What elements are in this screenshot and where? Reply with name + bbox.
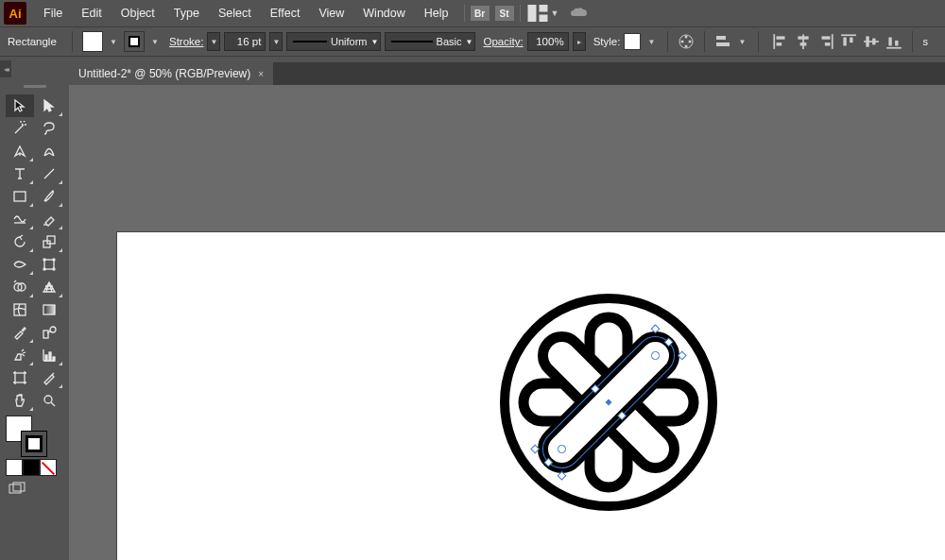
screen-mode-button[interactable] <box>0 476 69 506</box>
menu-edit[interactable]: Edit <box>72 3 112 24</box>
mesh-tool-icon[interactable] <box>6 298 34 321</box>
selection-tool-icon[interactable] <box>6 94 34 117</box>
workspace[interactable] <box>69 85 945 560</box>
divider <box>704 31 705 52</box>
rotate-tool-icon[interactable] <box>6 230 34 253</box>
menu-select[interactable]: Select <box>209 3 261 24</box>
artboard-tool-icon[interactable] <box>6 366 34 389</box>
svg-rect-12 <box>777 42 782 45</box>
style-dropdown[interactable]: ▼ <box>644 31 658 52</box>
brush-select[interactable]: Basic▼ <box>385 32 475 51</box>
color-mode-solid[interactable] <box>6 459 23 476</box>
align-vcenter-icon[interactable] <box>863 33 880 50</box>
svg-point-5 <box>689 41 692 43</box>
selection-type: Rectangle <box>6 36 62 47</box>
menu-view[interactable]: View <box>309 3 353 24</box>
line-segment-tool-icon[interactable] <box>35 162 63 185</box>
color-mode-gradient[interactable] <box>23 459 40 476</box>
symbol-sprayer-tool-icon[interactable] <box>6 344 34 366</box>
panel-grip[interactable] <box>0 85 69 93</box>
bridge-icon[interactable]: Br <box>471 6 490 21</box>
document-tab[interactable]: Untitled-2* @ 50% (RGB/Preview) × <box>69 62 273 85</box>
width-tool-icon[interactable] <box>6 253 34 276</box>
svg-rect-17 <box>822 36 831 39</box>
rectangle-tool-icon[interactable] <box>6 185 34 208</box>
artwork[interactable] <box>495 289 722 516</box>
shaper-tool-icon[interactable] <box>6 208 34 230</box>
control-bar: Rectangle ▼ ▼ Stroke: ▼ 16 pt ▼ Uniform▼… <box>0 26 945 57</box>
slice-tool-icon[interactable] <box>35 366 63 389</box>
stock-icon[interactable]: St <box>495 6 514 21</box>
align-hcenter-icon[interactable] <box>795 33 812 50</box>
svg-rect-40 <box>43 331 48 338</box>
profile-select[interactable]: Uniform▼ <box>286 32 381 51</box>
stroke-color-swatch[interactable] <box>21 431 47 457</box>
svg-rect-9 <box>716 42 730 46</box>
align-panel-dropdown[interactable]: ▼ <box>735 31 748 52</box>
close-icon[interactable]: × <box>258 69 264 79</box>
svg-rect-26 <box>889 38 892 46</box>
direct-selection-tool-icon[interactable] <box>35 94 63 117</box>
recolor-icon[interactable] <box>678 33 695 50</box>
style-swatch[interactable] <box>624 33 641 50</box>
column-graph-tool-icon[interactable] <box>35 344 63 366</box>
gradient-tool-icon[interactable] <box>35 298 63 321</box>
align-top-icon[interactable] <box>840 33 857 50</box>
menu-bar: Ai File Edit Object Type Select Effect V… <box>0 0 945 26</box>
menu-object[interactable]: Object <box>112 3 164 24</box>
svg-rect-8 <box>716 36 726 40</box>
curvature-tool-icon[interactable] <box>35 140 63 162</box>
menu-help[interactable]: Help <box>415 3 458 24</box>
svg-rect-18 <box>825 42 831 45</box>
svg-rect-21 <box>850 38 853 43</box>
fill-stroke-swatches[interactable] <box>0 414 69 459</box>
align-panel-icon[interactable] <box>714 33 731 50</box>
arrange-documents-icon[interactable] <box>526 2 549 25</box>
svg-point-46 <box>44 396 52 403</box>
paintbrush-tool-icon[interactable] <box>35 185 63 208</box>
panel-collapse-button[interactable]: ◂◂ <box>0 60 11 77</box>
perspective-grid-tool-icon[interactable] <box>35 276 63 298</box>
stroke-size-input[interactable]: 16 pt <box>224 32 266 51</box>
color-mode-none[interactable] <box>40 459 57 476</box>
align-right-icon[interactable] <box>817 33 834 50</box>
fill-dropdown[interactable]: ▼ <box>107 31 120 52</box>
stroke-label[interactable]: Stroke: <box>169 36 203 47</box>
scale-tool-icon[interactable] <box>35 230 63 253</box>
svg-rect-15 <box>800 42 807 45</box>
blend-tool-icon[interactable] <box>35 321 63 344</box>
divider <box>520 5 521 22</box>
align-left-icon[interactable] <box>772 33 789 50</box>
chevron-down-icon[interactable]: ▼ <box>551 8 559 18</box>
shape-builder-tool-icon[interactable] <box>6 276 34 298</box>
stroke-swatch[interactable] <box>124 31 145 52</box>
fill-swatch[interactable] <box>82 31 103 52</box>
opacity-label[interactable]: Opacity: <box>483 36 523 47</box>
hand-tool-icon[interactable] <box>6 389 34 412</box>
opacity-input[interactable]: 100% <box>527 32 569 51</box>
app-logo-icon: Ai <box>4 2 26 25</box>
menu-window[interactable]: Window <box>353 3 414 24</box>
pen-tool-icon[interactable] <box>6 140 34 162</box>
svg-rect-42 <box>45 355 47 361</box>
svg-rect-43 <box>49 352 51 361</box>
align-bottom-icon[interactable] <box>885 33 902 50</box>
stroke-dropdown[interactable]: ▼ <box>148 31 162 52</box>
type-tool-icon[interactable] <box>6 162 34 185</box>
free-transform-tool-icon[interactable] <box>35 253 63 276</box>
eraser-tool-icon[interactable] <box>35 208 63 230</box>
eyedropper-tool-icon[interactable] <box>6 321 34 344</box>
magic-wand-tool-icon[interactable] <box>6 117 34 140</box>
menu-effect[interactable]: Effect <box>261 3 310 24</box>
lasso-tool-icon[interactable] <box>35 117 63 140</box>
stroke-size-dropdown[interactable]: ▼ <box>269 32 283 51</box>
opacity-dropdown[interactable]: ▸ <box>573 32 586 51</box>
artboard[interactable] <box>116 231 945 560</box>
shape-panel-label: s <box>922 36 928 47</box>
menu-type[interactable]: Type <box>164 3 209 24</box>
gpu-preview-icon[interactable] <box>568 2 591 25</box>
menu-file[interactable]: File <box>34 3 72 24</box>
svg-point-33 <box>53 259 55 261</box>
zoom-tool-icon[interactable] <box>35 389 63 412</box>
stroke-decrease[interactable]: ▼ <box>207 32 220 51</box>
